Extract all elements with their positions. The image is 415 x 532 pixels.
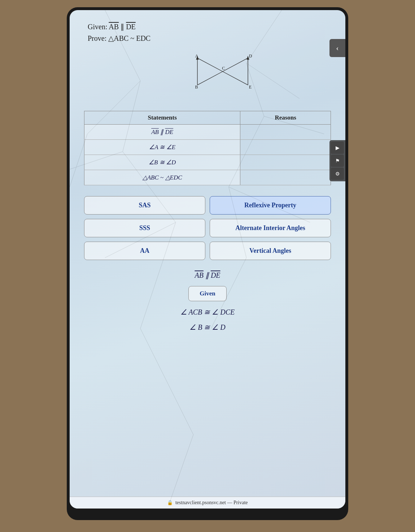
- svg-line-4: [223, 58, 248, 72]
- statement-2: ∠A ≅ ∠E: [84, 140, 240, 155]
- play-button[interactable]: ▶: [331, 142, 344, 154]
- aa-option[interactable]: AA: [84, 242, 205, 260]
- lock-icon: 🔒: [167, 500, 173, 505]
- diagram-section: A B C D E: [84, 51, 331, 102]
- reason-3: [240, 155, 331, 170]
- result-area: AB ∥ DE Given ∠ ACB ≅ ∠ DCE ∠ B ≅ ∠ D: [84, 271, 331, 332]
- svg-line-5: [223, 72, 248, 85]
- svg-line-0: [197, 58, 223, 72]
- result-statement-1: AB ∥ DE: [195, 271, 220, 280]
- statement-1: AB ∥ DE: [84, 125, 240, 140]
- result-statement-3: ∠ B ≅ ∠ D: [189, 323, 226, 332]
- svg-text:B: B: [195, 85, 198, 90]
- table-row: ∠A ≅ ∠E: [84, 140, 331, 155]
- reason-1: [240, 125, 331, 140]
- alternate-interior-option[interactable]: Alternate Interior Angles: [210, 219, 331, 237]
- svg-text:E: E: [249, 85, 252, 90]
- vertical-angles-option[interactable]: Vertical Angles: [210, 242, 331, 260]
- statement-3: ∠B ≅ ∠D: [84, 155, 240, 170]
- footer-bar: 🔒 testnavclient.psonsvc.net — Private: [70, 497, 345, 509]
- given-reason-button[interactable]: Given: [188, 286, 226, 301]
- svg-line-1: [197, 72, 223, 85]
- footer-separator: —: [227, 500, 233, 505]
- table-row: △ABC ~ △EDC: [84, 170, 331, 185]
- answer-options-grid: SAS Reflexive Property SSS Alternate Int…: [84, 196, 331, 260]
- gear-button[interactable]: ⚙: [331, 168, 344, 180]
- prove-line: Prove: △ABC ~ EDC: [88, 33, 331, 44]
- device-frame: ‹ ▶ ⚑ ⚙ Given: AB ∥ DE Prove: △ABC ~ EDC: [67, 7, 348, 520]
- statement-4: △ABC ~ △EDC: [84, 170, 240, 185]
- given-line: Given: AB ∥ DE: [88, 21, 331, 33]
- svg-text:C: C: [222, 66, 225, 71]
- statements-header: Statements: [84, 111, 240, 125]
- reason-2: [240, 140, 331, 155]
- table-row: AB ∥ DE: [84, 125, 331, 140]
- screen: ‹ ▶ ⚑ ⚙ Given: AB ∥ DE Prove: △ABC ~ EDC: [70, 10, 345, 509]
- flag-button[interactable]: ⚑: [331, 155, 344, 167]
- proof-table: Statements Reasons AB ∥ DE ∠A ≅ ∠E ∠B ≅ …: [84, 111, 331, 185]
- given-prove-section: Given: AB ∥ DE Prove: △ABC ~ EDC: [84, 21, 331, 44]
- reflexive-property-option[interactable]: Reflexive Property: [210, 196, 331, 215]
- side-arrow-button[interactable]: ‹: [329, 39, 345, 57]
- footer-url: testnavclient.psonsvc.net: [175, 500, 226, 505]
- geometry-diagram: A B C D E: [157, 51, 258, 102]
- reasons-header: Reasons: [240, 111, 331, 125]
- svg-text:A: A: [195, 53, 198, 59]
- table-row: ∠B ≅ ∠D: [84, 155, 331, 170]
- right-controls-panel: ▶ ⚑ ⚙: [329, 140, 345, 181]
- footer-privacy: Private: [233, 500, 248, 505]
- sss-option[interactable]: SSS: [84, 219, 205, 237]
- svg-text:D: D: [249, 53, 252, 59]
- reason-4: [240, 170, 331, 185]
- result-statement-2: ∠ ACB ≅ ∠ DCE: [180, 308, 235, 316]
- sas-option[interactable]: SAS: [84, 196, 205, 215]
